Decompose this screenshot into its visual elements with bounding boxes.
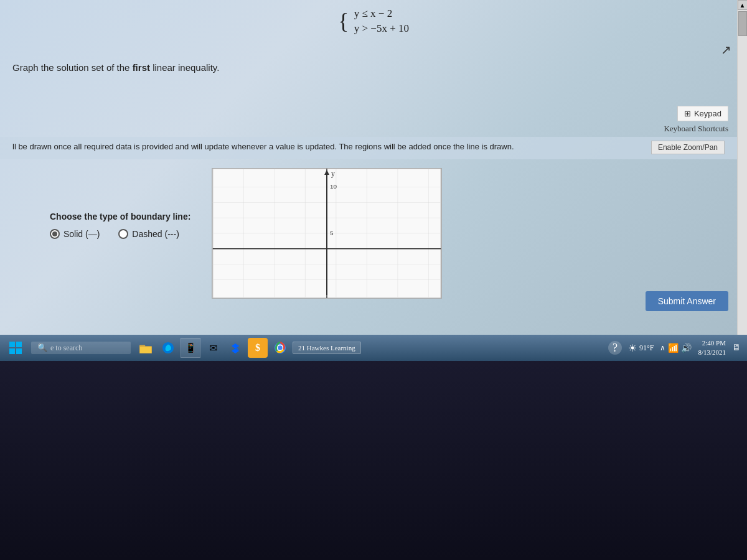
- svg-rect-24: [9, 348, 15, 354]
- svg-rect-23: [16, 342, 22, 347]
- clock-date: 8/13/2021: [698, 348, 726, 357]
- hawkes-learning-taskbar-item[interactable]: 21 Hawkes Learning: [293, 342, 361, 354]
- dashed-radio-circle[interactable]: [118, 229, 128, 239]
- search-icon: 🔍: [37, 343, 47, 353]
- weather-display: ☀ 91°F: [628, 342, 654, 354]
- file-explorer-icon[interactable]: [136, 338, 156, 358]
- formula-brace: {: [338, 9, 349, 34]
- formula-display: { y ≤ x − 2 y > −5x + 10: [338, 6, 409, 36]
- dashed-radio-option[interactable]: Dashed (---): [118, 229, 179, 239]
- svg-text:5: 5: [330, 230, 334, 236]
- svg-rect-25: [16, 348, 22, 354]
- info-banner-text: ll be drawn once all required data is pr…: [12, 142, 514, 151]
- scrollbar-up-arrow[interactable]: ▲: [738, 0, 748, 10]
- boundary-section: Choose the type of boundary line: Solid …: [50, 212, 190, 239]
- system-tray: ? ☀ 91°F ∧ 📶 🔊 2:40 PM 8/13/2021 🖥: [608, 338, 747, 358]
- start-button[interactable]: [0, 335, 31, 361]
- chevron-icon[interactable]: ∧: [660, 343, 665, 353]
- graph-container[interactable]: y 10 5: [212, 168, 442, 299]
- windows-taskbar: 🔍 e to search 📱 ✉: [0, 335, 747, 361]
- submit-answer-button[interactable]: Submit Answer: [646, 291, 728, 311]
- keypad-button[interactable]: ⊞ Keypad: [677, 106, 728, 121]
- phone-icon[interactable]: 📱: [181, 338, 200, 358]
- network-icon[interactable]: 📶: [668, 343, 679, 353]
- edge-browser-icon[interactable]: [158, 338, 178, 358]
- cursor-arrow: ↗: [721, 42, 731, 57]
- windows-logo-icon: [8, 340, 23, 355]
- chrome-icon[interactable]: [270, 338, 290, 358]
- boundary-label: Choose the type of boundary line:: [50, 212, 190, 222]
- scrollbar[interactable]: ▲: [737, 0, 747, 348]
- finance-icon[interactable]: $: [248, 338, 268, 358]
- notification-icon[interactable]: 🖥: [732, 343, 741, 353]
- time-display: 2:40 PM 8/13/2021: [698, 338, 726, 358]
- mail-icon[interactable]: ✉: [203, 338, 223, 358]
- dark-bottom-area: [0, 361, 747, 560]
- taskbar-items: 📱 ✉ $ 21 Hawk: [131, 338, 366, 358]
- formula-line1: y ≤ x − 2: [354, 6, 409, 21]
- svg-text:y: y: [331, 169, 335, 178]
- info-banner: Enable Zoom/Pan ll be drawn once all req…: [0, 137, 737, 159]
- enable-zoom-button[interactable]: Enable Zoom/Pan: [651, 141, 725, 154]
- svg-point-34: [278, 345, 282, 350]
- scrollbar-thumb[interactable]: [738, 11, 747, 36]
- instruction-bold: first: [133, 62, 150, 73]
- solid-radio-option[interactable]: Solid (—): [50, 229, 100, 239]
- keypad-icon: ⊞: [684, 109, 691, 118]
- radio-options: Solid (—) Dashed (---): [50, 229, 190, 239]
- formula-line2: y > −5x + 10: [354, 21, 409, 36]
- instruction-prefix: Graph the solution set of the: [12, 62, 133, 73]
- keyboard-shortcuts-link[interactable]: Keyboard Shortcuts: [664, 124, 728, 134]
- clock-time: 2:40 PM: [698, 338, 726, 348]
- top-right-panel: ⊞ Keypad Keyboard Shortcuts: [664, 106, 728, 134]
- main-content-area: { y ≤ x − 2 y > −5x + 10 ↗ Graph the sol…: [0, 0, 747, 348]
- graph-svg: y 10 5: [212, 169, 441, 298]
- solid-radio-label: Solid (—): [63, 229, 100, 239]
- temperature-display: 91°F: [639, 343, 654, 353]
- keypad-label: Keypad: [694, 109, 721, 118]
- solid-radio-circle[interactable]: [50, 229, 60, 239]
- svg-text:10: 10: [330, 183, 337, 190]
- instruction-suffix: linear inequality.: [150, 62, 219, 73]
- weather-icon: ☀: [628, 342, 637, 354]
- svg-rect-22: [9, 342, 15, 347]
- svg-rect-28: [140, 347, 151, 353]
- speaker-icon[interactable]: 🔊: [681, 343, 692, 353]
- instruction-text: Graph the solution set of the first line…: [12, 62, 219, 73]
- search-placeholder[interactable]: e to search: [50, 343, 82, 353]
- dropbox-icon[interactable]: [225, 338, 245, 358]
- system-icons: ∧ 📶 🔊: [660, 343, 692, 353]
- help-icon[interactable]: ?: [608, 341, 622, 355]
- dashed-radio-label: Dashed (---): [132, 229, 179, 239]
